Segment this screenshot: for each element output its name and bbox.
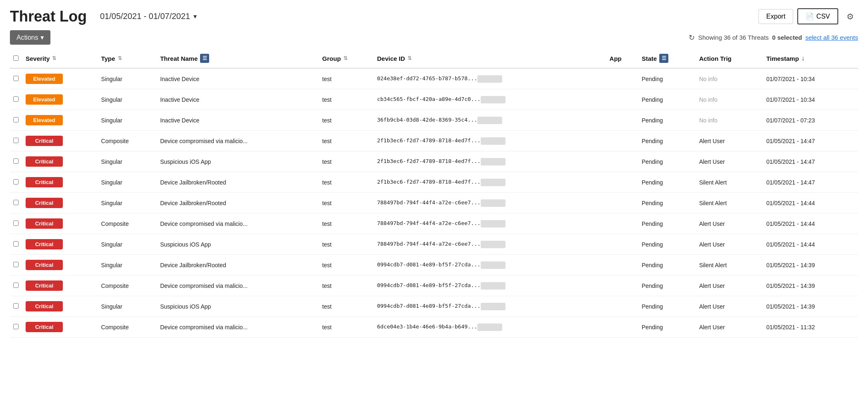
row-action-trig: Alert User: [696, 234, 763, 255]
row-timestamp: 01/05/2021 - 14:47: [763, 172, 858, 193]
app-placeholder: [481, 137, 506, 145]
row-state: Pending: [638, 275, 696, 296]
row-severity: Critical: [22, 296, 98, 317]
selected-count: 0 selected: [772, 34, 802, 41]
row-checkbox[interactable]: [13, 303, 19, 309]
select-all-checkbox[interactable]: [13, 55, 19, 61]
row-action-trig: Alert User: [696, 131, 763, 151]
row-state: Pending: [638, 151, 696, 172]
threat-table: Severity ⇅ Type ⇅ Threat Name ☰: [10, 49, 858, 338]
row-timestamp: 01/05/2021 - 14:44: [763, 213, 858, 234]
row-checkbox[interactable]: [13, 138, 19, 143]
row-app: [606, 89, 639, 110]
row-checkbox[interactable]: [13, 241, 19, 247]
row-app: [606, 234, 639, 255]
row-device-id: 6dce04e3-1b4e-46e6-9b4a-b649...: [374, 317, 606, 338]
severity-label: Severity: [26, 55, 50, 62]
date-range-button[interactable]: 01/05/2021 - 01/07/2021 ▾: [100, 12, 197, 21]
severity-sort-icon[interactable]: ⇅: [52, 55, 56, 61]
row-app: [606, 151, 639, 172]
group-sort-icon[interactable]: ⇅: [343, 55, 348, 61]
type-sort-icon[interactable]: ⇅: [118, 55, 122, 61]
row-checkbox-cell: [10, 213, 22, 234]
row-group: test: [319, 89, 374, 110]
actions-dropdown-button[interactable]: Actions ▾: [10, 30, 50, 45]
table-row: CriticalCompositeDevice compromised via …: [10, 317, 858, 338]
row-severity: Elevated: [22, 89, 98, 110]
row-group: test: [319, 193, 374, 213]
row-timestamp: 01/05/2021 - 14:44: [763, 193, 858, 213]
row-action-trig: No info: [696, 89, 763, 110]
device-id-sort-icon[interactable]: ⇅: [408, 55, 412, 61]
row-action-trig: Silent Alert: [696, 193, 763, 213]
row-timestamp: 01/07/2021 - 10:34: [763, 68, 858, 89]
row-device-id: cb34c565-fbcf-420a-a89e-4d7c0...: [374, 89, 606, 110]
showing-text: Showing 36 of 36 Threats: [698, 34, 769, 41]
severity-badge: Elevated: [26, 94, 63, 105]
device-id-label: Device ID: [377, 55, 405, 62]
table-row: ElevatedSingularInactive Devicetest024e3…: [10, 68, 858, 89]
severity-badge: Critical: [26, 198, 63, 208]
row-checkbox[interactable]: [13, 283, 19, 288]
row-threat-name: Inactive Device: [157, 89, 319, 110]
timestamp-sort-icon[interactable]: ↓: [801, 55, 805, 62]
table-row: CriticalSingularDevice Jailbroken/Rooted…: [10, 255, 858, 275]
row-timestamp: 01/05/2021 - 14:47: [763, 151, 858, 172]
row-checkbox-cell: [10, 151, 22, 172]
table-row: CriticalSingularSuspicious iOS Apptest09…: [10, 296, 858, 317]
row-checkbox[interactable]: [13, 200, 19, 205]
row-checkbox-cell: [10, 110, 22, 131]
row-threat-name: Inactive Device: [157, 110, 319, 131]
row-threat-name: Device compromised via malicio...: [157, 275, 319, 296]
group-label: Group: [322, 55, 341, 62]
severity-badge: Critical: [26, 177, 63, 187]
app-placeholder: [481, 179, 506, 186]
row-action-trig: Silent Alert: [696, 172, 763, 193]
row-checkbox[interactable]: [13, 179, 19, 184]
row-threat-name: Device Jailbroken/Rooted: [157, 255, 319, 275]
row-app: [606, 131, 639, 151]
threat-name-filter-icon[interactable]: ☰: [200, 54, 209, 63]
actions-chevron-icon: ▾: [41, 34, 44, 41]
severity-badge: Elevated: [26, 74, 63, 84]
row-checkbox[interactable]: [13, 117, 19, 122]
export-button[interactable]: Export: [758, 9, 793, 24]
row-checkbox[interactable]: [13, 76, 19, 81]
row-timestamp: 01/05/2021 - 14:39: [763, 255, 858, 275]
row-device-id: 024e38ef-dd72-4765-b787-b578...: [374, 68, 606, 89]
row-checkbox-cell: [10, 68, 22, 89]
row-severity: Critical: [22, 151, 98, 172]
row-state: Pending: [638, 234, 696, 255]
row-checkbox[interactable]: [13, 324, 19, 329]
refresh-icon[interactable]: ↻: [689, 33, 695, 42]
app-label: App: [610, 55, 622, 62]
row-state: Pending: [638, 317, 696, 338]
row-group: test: [319, 131, 374, 151]
row-group: test: [319, 213, 374, 234]
app-placeholder: [481, 241, 506, 248]
row-type: Singular: [98, 68, 157, 89]
row-severity: Critical: [22, 275, 98, 296]
row-checkbox[interactable]: [13, 158, 19, 164]
row-device-id: 36fb9cb4-03d8-42de-8369-35c4...: [374, 110, 606, 131]
row-severity: Critical: [22, 131, 98, 151]
row-checkbox[interactable]: [13, 96, 19, 102]
select-all-link[interactable]: select all 36 events: [805, 34, 858, 41]
row-checkbox-cell: [10, 317, 22, 338]
row-device-id: 788497bd-794f-44f4-a72e-c6ee7...: [374, 213, 606, 234]
csv-button[interactable]: 📄 CSV: [797, 8, 838, 24]
row-checkbox[interactable]: [13, 220, 19, 226]
row-timestamp: 01/05/2021 - 14:39: [763, 296, 858, 317]
settings-button[interactable]: ⚙: [842, 9, 858, 24]
row-checkbox-cell: [10, 89, 22, 110]
table-header-row: Severity ⇅ Type ⇅ Threat Name ☰: [10, 49, 858, 68]
page-wrapper: Threat Log 01/05/2021 - 01/07/2021 ▾ Exp…: [0, 0, 868, 412]
page-title: Threat Log: [10, 9, 87, 24]
row-group: test: [319, 234, 374, 255]
state-filter-icon[interactable]: ☰: [659, 54, 668, 63]
action-trig-label: Action Trig: [699, 55, 731, 62]
row-checkbox[interactable]: [13, 262, 19, 267]
app-placeholder: [477, 75, 502, 83]
col-header-type: Type ⇅: [98, 49, 157, 68]
app-placeholder: [481, 199, 506, 207]
